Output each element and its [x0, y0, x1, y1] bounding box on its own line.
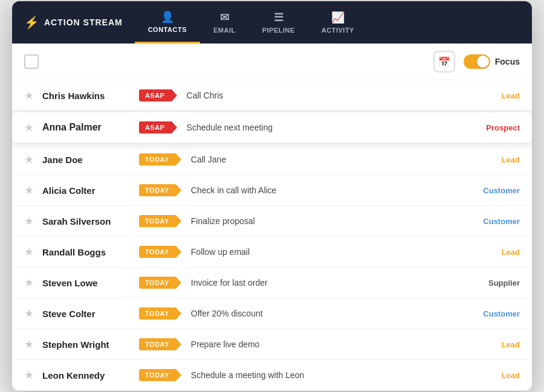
priority-badge: TODAY: [139, 215, 175, 227]
priority-badge: TODAY: [139, 307, 175, 320]
contact-type: Supplier: [471, 278, 520, 288]
nav-item-email[interactable]: ✉ EMAIL: [200, 1, 249, 43]
task-text: Schedule next meeting: [187, 123, 471, 132]
contact-row[interactable]: ★ Jane Doe TODAY Call Jane Lead: [12, 144, 532, 175]
top-nav: ⚡ ACTION STREAM 👤 CONTACTS ✉ EMAIL ☰ PIP…: [12, 1, 532, 43]
priority-badge: TODAY: [139, 369, 175, 381]
badge-wrap: TODAY: [139, 276, 181, 289]
star-icon[interactable]: ★: [24, 153, 34, 166]
star-icon[interactable]: ★: [24, 338, 34, 351]
pipeline-nav-icon: ☰: [274, 11, 284, 24]
badge-wrap: ASAP: [139, 89, 177, 102]
badge-arrow: [175, 153, 181, 166]
star-icon[interactable]: ★: [24, 307, 34, 320]
contact-type: Customer: [471, 186, 520, 195]
contact-name: Anna Palmer: [42, 122, 139, 133]
star-icon[interactable]: ★: [24, 214, 34, 228]
contact-type: Prospect: [471, 123, 520, 132]
star-icon[interactable]: ★: [24, 89, 34, 102]
toolbar-right: 📅 Focus: [433, 51, 520, 72]
contact-name: Stephen Wright: [42, 339, 139, 350]
badge-arrow: [175, 184, 181, 197]
star-icon[interactable]: ★: [24, 184, 34, 197]
focus-toggle-switch[interactable]: [464, 54, 490, 69]
contact-row[interactable]: ★ Randall Boggs TODAY Follow up email Le…: [12, 237, 532, 268]
contact-list: ★ Chris Hawkins ASAP Call Chris Lead ★ A…: [12, 80, 532, 391]
priority-badge: TODAY: [139, 184, 175, 196]
badge-arrow: [171, 89, 177, 102]
contact-name: Leon Kennedy: [42, 370, 139, 381]
star-icon[interactable]: ★: [24, 368, 34, 382]
star-icon[interactable]: ★: [24, 245, 34, 259]
nav-items: 👤 CONTACTS ✉ EMAIL ☰ PIPELINE 📈 ACTIVITY: [135, 1, 368, 43]
contact-name: Steven Lowe: [42, 278, 139, 288]
select-all-checkbox[interactable]: [24, 54, 39, 69]
badge-wrap: TODAY: [139, 184, 181, 197]
contact-row[interactable]: ★ Steve Colter TODAY Offer 20% discount …: [12, 298, 532, 329]
contact-type: Lead: [471, 91, 520, 100]
priority-badge: ASAP: [139, 121, 171, 133]
focus-toggle: Focus: [464, 54, 520, 69]
contact-name: Alicia Colter: [42, 185, 139, 196]
badge-arrow: [175, 214, 181, 228]
task-text: Schedule a meeting with Leon: [191, 370, 471, 380]
priority-badge: TODAY: [139, 153, 175, 165]
contact-row[interactable]: ★ Stephen Wright TODAY Prepare live demo…: [12, 329, 532, 360]
priority-badge: ASAP: [139, 89, 171, 101]
calendar-button[interactable]: 📅: [433, 51, 455, 72]
star-icon[interactable]: ★: [24, 276, 34, 289]
task-text: Prepare live demo: [191, 339, 471, 349]
contact-type: Lead: [471, 340, 520, 349]
priority-badge: TODAY: [139, 277, 175, 289]
contact-name: Chris Hawkins: [42, 91, 139, 101]
badge-wrap: TODAY: [139, 368, 181, 382]
contact-name: Steve Colter: [42, 309, 139, 319]
contact-row[interactable]: ★ Leon Kennedy TODAY Schedule a meeting …: [12, 360, 532, 391]
task-text: Finalize proposal: [191, 216, 471, 226]
contact-row[interactable]: ★ Sarah Silverson TODAY Finalize proposa…: [12, 206, 532, 237]
activity-nav-label: ACTIVITY: [322, 27, 354, 34]
task-text: Offer 20% discount: [191, 309, 471, 318]
toggle-knob: [477, 56, 489, 68]
brand-label: ACTION STREAM: [44, 18, 123, 27]
task-text: Invoice for last order: [191, 278, 471, 288]
email-nav-icon: ✉: [220, 11, 230, 24]
contacts-nav-label: CONTACTS: [148, 26, 187, 33]
task-text: Call Chris: [187, 91, 471, 100]
task-text: Follow up email: [191, 247, 471, 257]
badge-arrow: [171, 121, 177, 134]
task-text: Call Jane: [191, 155, 471, 164]
contact-name: Randall Boggs: [42, 247, 139, 257]
contact-type: Customer: [471, 217, 520, 226]
nav-item-contacts[interactable]: 👤 CONTACTS: [135, 1, 200, 43]
contact-type: Lead: [471, 371, 520, 380]
badge-arrow: [175, 245, 181, 259]
badge-arrow: [175, 338, 181, 351]
calendar-icon: 📅: [438, 56, 450, 68]
badge-wrap: TODAY: [139, 214, 181, 228]
contacts-nav-icon: 👤: [161, 10, 175, 24]
nav-item-pipeline[interactable]: ☰ PIPELINE: [249, 1, 308, 43]
toolbar: 📅 Focus: [12, 43, 532, 80]
badge-wrap: ASAP: [139, 121, 177, 134]
email-nav-label: EMAIL: [213, 27, 236, 34]
nav-item-activity[interactable]: 📈 ACTIVITY: [308, 1, 368, 43]
star-icon[interactable]: ★: [24, 121, 34, 134]
app-window: ⚡ ACTION STREAM 👤 CONTACTS ✉ EMAIL ☰ PIP…: [12, 1, 532, 391]
badge-arrow: [175, 368, 181, 382]
contact-row[interactable]: ★ Anna Palmer ASAP Schedule next meeting…: [12, 112, 532, 143]
pipeline-nav-label: PIPELINE: [262, 27, 295, 34]
badge-arrow: [175, 276, 181, 289]
task-text: Check in call with Alice: [191, 185, 471, 195]
contact-type: Lead: [471, 155, 520, 164]
badge-arrow: [175, 307, 181, 320]
contact-row[interactable]: ★ Chris Hawkins ASAP Call Chris Lead: [12, 80, 532, 111]
badge-wrap: TODAY: [139, 153, 181, 166]
badge-wrap: TODAY: [139, 338, 181, 351]
contact-row[interactable]: ★ Steven Lowe TODAY Invoice for last ord…: [12, 268, 532, 298]
brand-icon: ⚡: [24, 15, 39, 30]
focus-label: Focus: [495, 57, 520, 66]
brand: ⚡ ACTION STREAM: [12, 15, 135, 30]
contact-row[interactable]: ★ Alicia Colter TODAY Check in call with…: [12, 175, 532, 206]
activity-nav-icon: 📈: [331, 11, 345, 24]
